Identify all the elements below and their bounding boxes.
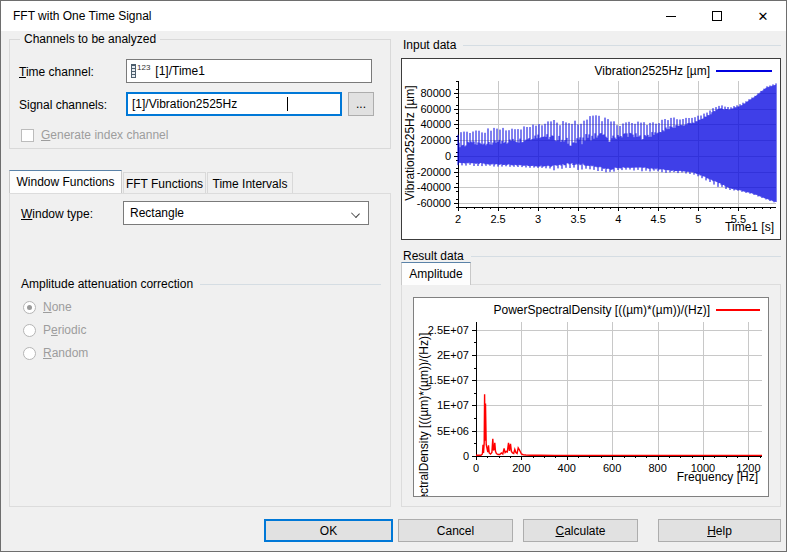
chevron-down-icon: [351, 209, 360, 218]
y-tick-label: 5E+06: [437, 425, 469, 437]
y-tick-label: 1E+07: [437, 399, 469, 411]
x-tick-label: 0: [473, 462, 479, 474]
x-tick-label: 2: [455, 213, 461, 225]
result-data-header: Result data: [403, 249, 781, 263]
x-tick-label: 400: [558, 462, 576, 474]
signal-channels-label: Signal channels:: [19, 98, 107, 112]
y-tick-label: 2.5E+07: [428, 324, 469, 336]
input-data-title: Input data: [403, 38, 456, 52]
y-tick-label: 60000: [420, 103, 451, 115]
attenuation-group-header: Amplitude attenuation correction: [21, 277, 381, 291]
x-tick-label: 3: [535, 213, 541, 225]
maximize-icon: [712, 11, 722, 21]
numeric-channel-icon: 123: [131, 64, 150, 78]
radio-random[interactable]: [23, 347, 36, 360]
x-tick-label: 3.5: [571, 213, 586, 225]
x-tick-label: 1200: [736, 462, 760, 474]
cancel-button[interactable]: Cancel: [398, 519, 513, 542]
channels-group-title: Channels to be analyzed: [20, 32, 160, 46]
tab-amplitude[interactable]: Amplitude: [401, 262, 471, 285]
x-tick-label: 5.5: [731, 213, 746, 225]
y-tick-label: 0: [445, 150, 451, 162]
close-button[interactable]: ✕: [740, 1, 786, 31]
y-tick-label: 0: [463, 450, 469, 462]
result-data-chart: PowerSpectralDensity [((µm)*(µm))/(Hz)] …: [413, 297, 769, 497]
y-tick-label: 80000: [420, 87, 451, 99]
input-data-chart: Vibration2525Hz [µm] Vibration2525Hz [µm…: [401, 58, 781, 240]
x-tick-label: 5: [695, 213, 701, 225]
browse-channels-button[interactable]: ...: [348, 92, 374, 116]
close-icon: ✕: [758, 10, 769, 23]
x-tick-label: 4.5: [651, 213, 666, 225]
y-tick-label: -60000: [417, 197, 451, 209]
tab-time-intervals[interactable]: Time Intervals: [207, 172, 293, 194]
minimize-button[interactable]: [648, 1, 694, 31]
time-channel-label: Time channel:: [19, 65, 94, 79]
x-tick-label: 1000: [691, 462, 715, 474]
radio-random-label: Random: [43, 346, 88, 360]
generate-index-label: Generate index channel: [41, 128, 168, 142]
radio-none[interactable]: [23, 301, 36, 314]
x-tick-label: 600: [603, 462, 621, 474]
tab-fft-functions[interactable]: FFT Functions: [123, 172, 206, 194]
signal-channels-input[interactable]: [132, 97, 287, 111]
ok-button[interactable]: OK: [264, 519, 393, 542]
radio-none-label: None: [43, 300, 72, 314]
window-type-dropdown[interactable]: Rectangle: [123, 201, 369, 225]
window-type-label: Window type:: [21, 207, 93, 221]
waveform-series: [458, 83, 776, 202]
radio-row-random[interactable]: Random: [23, 346, 88, 360]
radio-periodic-label: Periodic: [43, 323, 86, 337]
window-type-value: Rectangle: [130, 206, 184, 220]
help-button[interactable]: Help: [658, 519, 781, 542]
minimize-icon: [666, 16, 676, 17]
y-tick-label: 20000: [420, 134, 451, 146]
signal-channels-field[interactable]: [126, 92, 342, 116]
radio-row-periodic[interactable]: Periodic: [23, 323, 86, 337]
radio-periodic[interactable]: [23, 324, 36, 337]
result-chart-svg: 05E+061E+071.5E+072E+072.5E+070200400600…: [414, 298, 769, 497]
fft-dialog: FFT with One Time Signal ✕ Channels to b…: [0, 0, 787, 552]
input-data-header: Input data: [403, 38, 781, 52]
y-tick-label: -20000: [417, 166, 451, 178]
text-caret: [287, 97, 288, 111]
tab-window-functions[interactable]: Window Functions: [9, 170, 122, 193]
title-bar: FFT with One Time Signal ✕: [1, 1, 786, 31]
x-tick-label: 800: [648, 462, 666, 474]
radio-row-none[interactable]: None: [23, 300, 72, 314]
time-channel-input[interactable]: [155, 64, 367, 78]
input-chart-svg: -60000-40000-200000200004000060000800002…: [402, 59, 781, 240]
attenuation-group-title: Amplitude attenuation correction: [21, 277, 193, 291]
generate-index-checkbox[interactable]: [21, 129, 34, 142]
spectrum-series: [476, 394, 762, 455]
y-tick-label: 2E+07: [437, 349, 469, 361]
window-title: FFT with One Time Signal: [13, 9, 152, 23]
calculate-button[interactable]: Calculate: [523, 519, 638, 542]
y-tick-label: 40000: [420, 118, 451, 130]
y-tick-label: 1.5E+07: [428, 374, 469, 386]
generate-index-checkbox-row[interactable]: Generate index channel: [21, 128, 168, 142]
maximize-button[interactable]: [694, 1, 740, 31]
time-channel-field[interactable]: 123: [126, 59, 372, 83]
y-tick-label: -40000: [417, 181, 451, 193]
x-tick-label: 4: [615, 213, 621, 225]
result-data-title: Result data: [403, 249, 464, 263]
x-tick-label: 200: [512, 462, 530, 474]
x-tick-label: 2.5: [490, 213, 505, 225]
